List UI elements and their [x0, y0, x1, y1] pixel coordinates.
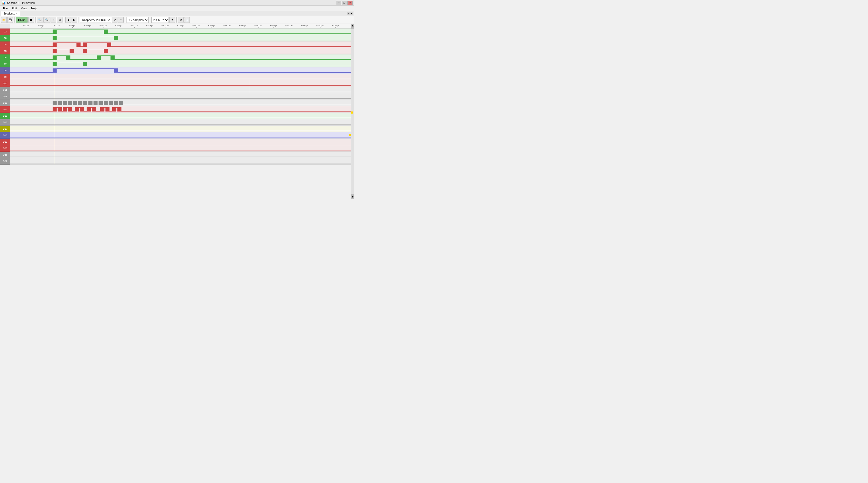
waveform-row-D5: [10, 48, 351, 55]
separator-4: [79, 18, 79, 23]
close-button[interactable]: ✕: [347, 1, 352, 5]
channel-label-D12[interactable]: D12: [0, 93, 10, 100]
trigger-line: [55, 61, 55, 67]
configure-button[interactable]: ⚙: [178, 17, 184, 23]
waveform-row-D2: [10, 29, 351, 35]
channel-label-D11[interactable]: D11: [0, 87, 10, 93]
samples-select[interactable]: 1 k samples: [126, 17, 149, 23]
title-bar-left: 📊 Session 1 - PulseView: [2, 1, 35, 5]
waveform-svg-D13: [10, 100, 351, 106]
toolbar: 📂 💾 ▶ Run ⏹ 🔍+ 🔍- ⤢ ⊞ ◀ ▶ Raspberry Pi P…: [0, 16, 354, 24]
waveform-svg-D4: [10, 41, 351, 48]
channel-label-D9[interactable]: D9: [0, 74, 10, 80]
waveform-svg-D3: [10, 35, 351, 41]
zoom-out-button[interactable]: 🔍-: [44, 17, 50, 23]
device-select[interactable]: Raspberry Pi PICO: [80, 17, 111, 23]
scroll-up-button[interactable]: ▲: [351, 24, 354, 29]
waveform-row-D7: [10, 61, 351, 67]
open-button[interactable]: 📂: [1, 17, 7, 23]
trigger-line: [55, 87, 55, 93]
channel-label-D20[interactable]: D20: [0, 145, 10, 152]
session-settings-button[interactable]: ▼: [350, 12, 353, 15]
separator-7: [176, 18, 177, 23]
session-tab-close[interactable]: ✕: [16, 12, 18, 15]
menu-help[interactable]: Help: [29, 6, 39, 10]
waveform-row-D16: [10, 119, 351, 126]
waveform-svg-D20: [10, 145, 351, 151]
run-button[interactable]: ▶ Run: [16, 17, 28, 23]
waveform-row-D13: [10, 100, 351, 106]
waveform-svg-D8: [10, 67, 351, 73]
channel-label-D10[interactable]: D10: [0, 80, 10, 87]
rate-settings-button[interactable]: ▼: [169, 17, 175, 23]
trigger-line: [55, 132, 55, 139]
menu-view[interactable]: View: [19, 6, 29, 10]
waveform-row-D17: [10, 126, 351, 132]
trigger-line: [55, 139, 55, 145]
channel-label-D21[interactable]: D21: [0, 152, 10, 158]
channel-label-D5[interactable]: D5: [0, 48, 10, 55]
waveform-row-D14: [10, 106, 351, 113]
ruler-corner: [0, 24, 10, 29]
yellow-marker: [349, 134, 351, 137]
session-tab[interactable]: Session 1 ✕: [1, 11, 20, 16]
waveform-row-D3: [10, 35, 351, 41]
zoom-selection-button[interactable]: ⊞: [57, 17, 62, 23]
decoder-button[interactable]: 📋: [184, 17, 190, 23]
waveform-svg-D10: [10, 80, 351, 87]
zoom-fit-button[interactable]: ⤢: [51, 17, 56, 23]
prev-sample-button[interactable]: ◀: [65, 17, 71, 23]
trigger-line: [55, 80, 55, 87]
trigger-line: [55, 35, 55, 41]
channel-label-D7[interactable]: D7: [0, 61, 10, 67]
rate-select[interactable]: 2.4 MHz: [151, 17, 169, 23]
trigger-line: [55, 113, 55, 119]
time-ruler[interactable]: +20 μs+40 μs+60 μs+80 μs+100 μs+120 μs+1…: [10, 24, 351, 29]
channel-label-D3[interactable]: D3: [0, 35, 10, 41]
add-session-button[interactable]: +: [347, 12, 350, 15]
channel-label-D17[interactable]: D17: [0, 126, 10, 132]
next-sample-button[interactable]: ▶: [71, 17, 77, 23]
channel-label-D6[interactable]: D6: [0, 55, 10, 61]
device-settings-button[interactable]: ⚙: [112, 17, 118, 23]
save-button[interactable]: 💾: [7, 17, 13, 23]
run-icon: ▶: [18, 18, 20, 22]
waveform-row-D9: [10, 74, 351, 80]
waveform-rows: [10, 29, 351, 199]
waveform-row-D18: [10, 132, 351, 139]
waveform-svg-D9: [10, 74, 351, 80]
session-tab-label: Session 1: [3, 12, 15, 15]
probe-button[interactable]: ✏: [118, 17, 124, 23]
waveform-row-D12: [10, 93, 351, 100]
channel-label-D14[interactable]: D14: [0, 106, 10, 113]
channel-label-D22[interactable]: D22: [0, 158, 10, 164]
waveform-svg-D12: [10, 93, 351, 99]
title-bar-controls[interactable]: ─ □ ✕: [336, 1, 352, 5]
channel-label-D18[interactable]: D18: [0, 132, 10, 139]
waveform-svg-D5: [10, 48, 351, 54]
waveform-svg-D16: [10, 119, 351, 125]
menu-file[interactable]: File: [1, 6, 10, 10]
channel-label-D19[interactable]: D19: [0, 139, 10, 145]
scroll-down-button[interactable]: ▼: [351, 194, 354, 199]
channel-label-D13[interactable]: D13: [0, 100, 10, 106]
stop-button[interactable]: ⏹: [28, 17, 34, 23]
channel-label-D4[interactable]: D4: [0, 41, 10, 48]
session-bar: Session 1 ✕ + ▼: [0, 11, 354, 16]
channel-label-D8[interactable]: D8: [0, 67, 10, 74]
minimize-button[interactable]: ─: [336, 1, 341, 5]
separator-3: [64, 18, 64, 23]
maximize-button[interactable]: □: [342, 1, 347, 5]
waveform-svg-D2: [10, 29, 351, 35]
trigger-line: [55, 74, 55, 80]
waveform-row-D6: [10, 55, 351, 61]
yellow-marker: [351, 112, 353, 114]
menu-edit[interactable]: Edit: [10, 6, 19, 10]
scrollbar-right[interactable]: ▲ ▼: [351, 24, 354, 199]
waveform-panel: +20 μs+40 μs+60 μs+80 μs+100 μs+120 μs+1…: [10, 24, 351, 199]
zoom-in-button[interactable]: 🔍+: [37, 17, 43, 23]
channel-label-D16[interactable]: D16: [0, 119, 10, 126]
channel-label-D15[interactable]: D15: [0, 113, 10, 119]
trigger-line: [55, 145, 55, 151]
channel-label-D2[interactable]: D2: [0, 29, 10, 35]
